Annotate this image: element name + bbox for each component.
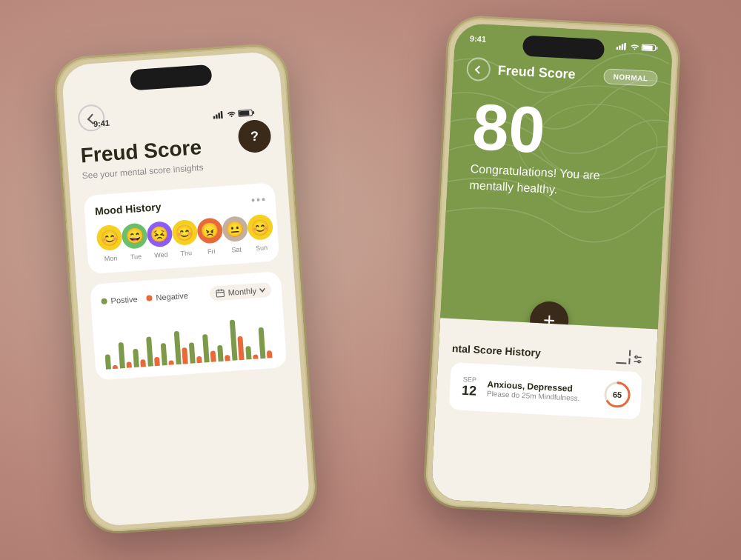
svg-rect-5 bbox=[239, 110, 249, 116]
bar-green-4 bbox=[146, 336, 153, 366]
time-right: 9:41 bbox=[470, 34, 487, 44]
chevron-down-icon bbox=[259, 287, 266, 293]
side-btn-3 bbox=[64, 230, 70, 271]
filter-bar-1 bbox=[616, 362, 626, 364]
legend-negative: Negative bbox=[146, 291, 188, 303]
mood-day-wed: 😣 Wed bbox=[146, 221, 173, 259]
positive-label: Postive bbox=[110, 295, 138, 305]
svg-rect-1 bbox=[216, 114, 218, 119]
emoji-fri: 😠 bbox=[196, 217, 223, 244]
phone-left: 9:41 bbox=[55, 44, 317, 533]
svg-rect-19 bbox=[657, 47, 658, 50]
green-section: 9:41 bbox=[440, 23, 673, 330]
signal-icon bbox=[213, 111, 225, 119]
bar-orange-5 bbox=[168, 360, 173, 364]
negative-dot bbox=[146, 295, 153, 301]
left-screen: 9:41 bbox=[61, 50, 310, 527]
score-number: 80 bbox=[471, 94, 546, 163]
dot-1 bbox=[251, 199, 254, 201]
bar-orange-6 bbox=[182, 347, 188, 364]
bar-green-3 bbox=[133, 349, 139, 367]
score-message-line2: mentally healthy. bbox=[469, 179, 558, 196]
bar-group-12 bbox=[259, 327, 273, 359]
filter-icon[interactable] bbox=[616, 350, 643, 365]
svg-point-21 bbox=[635, 356, 637, 359]
emoji-sat: 😐 bbox=[222, 216, 248, 242]
more-options[interactable] bbox=[251, 198, 265, 201]
side-btn-2 bbox=[61, 182, 67, 223]
notch-left bbox=[130, 64, 213, 91]
bar-group-3 bbox=[133, 348, 146, 367]
emoji-sun: 😊 bbox=[247, 214, 273, 241]
bar-group-6 bbox=[174, 330, 188, 364]
status-icons-left bbox=[213, 109, 255, 119]
bar-group-8 bbox=[202, 333, 216, 362]
positive-dot bbox=[101, 298, 107, 304]
bar-chart bbox=[102, 306, 276, 370]
bar-orange-7 bbox=[196, 356, 202, 363]
bar-group-4 bbox=[146, 336, 160, 367]
bar-green-12 bbox=[259, 327, 266, 359]
bar-group-1 bbox=[105, 354, 118, 370]
mood-day-mon: 😊 Mon bbox=[96, 224, 123, 263]
bar-orange-12 bbox=[267, 350, 273, 358]
date-column: SEP 12 bbox=[459, 375, 481, 399]
svg-rect-13 bbox=[616, 47, 618, 50]
svg-rect-2 bbox=[218, 113, 220, 119]
mood-day-fri: 😠 Fri bbox=[196, 217, 224, 256]
signal-icon-right bbox=[616, 42, 628, 50]
mood-days-row: 😊 Mon 😄 Tue 😣 Wed 😊 bbox=[96, 214, 268, 263]
score-circle: 65 bbox=[602, 379, 633, 410]
help-label: ? bbox=[250, 128, 259, 144]
left-content: 9:41 bbox=[77, 93, 287, 381]
bar-group-9 bbox=[217, 344, 230, 361]
negative-label: Negative bbox=[156, 291, 188, 302]
right-status-icons bbox=[616, 42, 657, 52]
bar-green-11 bbox=[245, 346, 251, 359]
bar-green-7 bbox=[189, 342, 196, 363]
side-btn-1 bbox=[59, 149, 63, 175]
back-button-right[interactable] bbox=[466, 57, 491, 82]
history-item[interactable]: SEP 12 Anxious, Depressed Please do 25m … bbox=[449, 362, 642, 419]
wifi-icon bbox=[227, 110, 236, 119]
legend-positive: Postive bbox=[101, 295, 138, 306]
svg-rect-0 bbox=[213, 116, 216, 119]
filter-line-1 bbox=[629, 350, 631, 356]
bar-group-11 bbox=[245, 345, 258, 359]
filter-sliders-icon bbox=[632, 354, 643, 365]
right-page-title: Freud Score bbox=[497, 62, 576, 81]
bar-group-10 bbox=[230, 319, 245, 361]
label-wed: Wed bbox=[154, 251, 168, 259]
back-arrow-right bbox=[475, 66, 483, 74]
chart-legend: Postive Negative Monthly bbox=[101, 282, 272, 309]
battery-icon bbox=[238, 109, 255, 118]
bar-orange-11 bbox=[253, 354, 258, 359]
dot-3 bbox=[262, 198, 265, 201]
bar-green-8 bbox=[202, 334, 210, 362]
monthly-button[interactable]: Monthly bbox=[210, 282, 272, 301]
bar-green-6 bbox=[174, 331, 182, 364]
score-circle-value: 65 bbox=[613, 390, 622, 400]
svg-rect-3 bbox=[221, 111, 223, 119]
mood-history-card: Mood History 😊 Mon 😄 bbox=[84, 182, 280, 274]
bar-group-7 bbox=[189, 342, 202, 364]
emoji-thu: 😊 bbox=[171, 219, 198, 246]
cream-section: ntal Score History bbox=[431, 318, 657, 510]
battery-icon-right bbox=[641, 44, 657, 52]
svg-rect-7 bbox=[216, 290, 225, 297]
filter-line-2 bbox=[628, 359, 630, 364]
right-side-btn bbox=[669, 154, 675, 206]
mood-card-header: Mood History bbox=[95, 193, 266, 217]
emoji-mon: 😊 bbox=[96, 224, 122, 251]
svg-rect-18 bbox=[642, 45, 653, 50]
bar-orange-8 bbox=[210, 350, 216, 361]
label-tue: Tue bbox=[130, 253, 142, 261]
phone-right: 9:41 bbox=[425, 16, 679, 516]
side-btn-4 bbox=[292, 170, 299, 221]
label-sun: Sun bbox=[256, 244, 268, 252]
bar-orange-10 bbox=[237, 336, 244, 360]
emoji-tue: 😄 bbox=[121, 222, 147, 249]
right-screen: 9:41 bbox=[431, 23, 673, 511]
history-info: Anxious, Depressed Please do 25m Mindful… bbox=[487, 379, 596, 403]
score-message: Congratulations! You are mentally health… bbox=[469, 161, 600, 201]
